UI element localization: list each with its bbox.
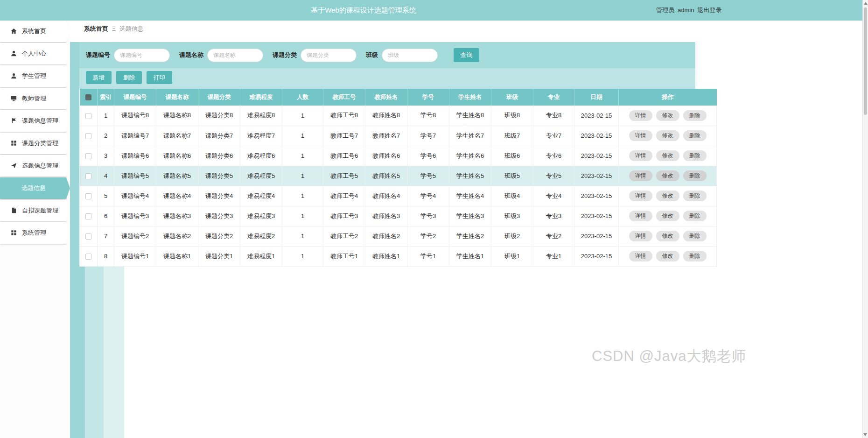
filter-input-topic-code[interactable] [114, 49, 170, 62]
row-action-delete-button[interactable]: 删除 [683, 211, 707, 221]
cell: 教师姓名1 [365, 246, 407, 266]
query-button[interactable]: 查询 [454, 48, 479, 62]
row-action-edit-button[interactable]: 修改 [656, 231, 679, 241]
filter-input-topic-category[interactable] [301, 49, 357, 62]
row-action-delete-button[interactable]: 删除 [683, 110, 707, 121]
row-action-edit-button[interactable]: 修改 [656, 110, 679, 121]
cell: 1 [282, 186, 323, 206]
row-checkbox[interactable] [85, 153, 91, 159]
cell: 班级4 [491, 186, 533, 206]
cell: 2023-02-15 [574, 186, 619, 206]
cell: 2023-02-15 [574, 226, 619, 246]
filter-group-topic-name: 课题名称 [179, 49, 263, 62]
row-checkbox[interactable] [85, 233, 91, 240]
row-checkbox[interactable] [85, 254, 91, 260]
cell: 课题分类1 [198, 246, 240, 266]
cell: 班级6 [491, 146, 533, 166]
row-action-detail-button[interactable]: 详情 [629, 110, 652, 121]
sidebar-item-self-proposed-topic-management[interactable]: 自拟课题管理 [0, 200, 66, 221]
row-action-edit-button[interactable]: 修改 [656, 150, 679, 161]
cell: 专业3 [533, 206, 574, 226]
send-icon [10, 162, 18, 170]
row-action-delete-button[interactable]: 删除 [683, 231, 707, 241]
filter-group-topic-category: 课题分类 [273, 49, 357, 62]
row-action-delete-button[interactable]: 删除 [683, 251, 707, 261]
sidebar-item-topic-info-management[interactable]: 课题信息管理 [0, 110, 66, 132]
cell: 专业8 [533, 106, 574, 126]
row-action-detail-button[interactable]: 详情 [629, 170, 652, 181]
row-action-delete-button[interactable]: 删除 [683, 191, 707, 201]
filter-label-class: 班级 [366, 51, 378, 59]
row-action-edit-button[interactable]: 修改 [656, 130, 679, 141]
document-icon [10, 207, 18, 214]
scrollbar-up-arrow-icon[interactable] [864, 2, 868, 5]
app-title: 基于Web的课程设计选题管理系统 [0, 0, 727, 21]
row-action-delete-button[interactable]: 删除 [683, 150, 707, 161]
cell: 2023-02-15 [574, 126, 619, 146]
add-button[interactable]: 新增 [86, 71, 112, 84]
row-checkbox[interactable] [85, 173, 91, 179]
column-header: 班级 [491, 89, 533, 106]
scrollbar[interactable] [862, 0, 868, 438]
breadcrumb: 系统首页 Ξ 选题信息 [70, 21, 862, 37]
table-row: 6课题编号3课题名称3课题分类3难易程度31教师工号3教师姓名3学号3学生姓名3… [80, 206, 717, 226]
filter-label-topic-code: 课题编号 [86, 51, 110, 59]
row-action-detail-button[interactable]: 详情 [629, 150, 652, 161]
row-action-delete-button[interactable]: 删除 [683, 130, 707, 141]
cell: 课题分类8 [198, 106, 240, 126]
cell: 1 [282, 246, 323, 266]
delete-button[interactable]: 删除 [116, 71, 142, 84]
column-header: 操作 [619, 89, 717, 106]
cell: 1 [282, 166, 323, 186]
sidebar-item-topic-selection-info[interactable]: 选题信息 [0, 177, 66, 199]
table-row: 5课题编号4课题名称4课题分类4难易程度41教师工号4教师姓名4学号4学生姓名4… [80, 186, 717, 206]
sidebar-item-topic-selection-management[interactable]: 选题信息管理 [0, 155, 66, 177]
row-checkbox[interactable] [85, 133, 91, 139]
sidebar-item-label: 选题信息管理 [22, 162, 58, 170]
row-action-detail-button[interactable]: 详情 [629, 211, 652, 221]
cell: 2023-02-15 [574, 146, 619, 166]
sidebar-item-profile[interactable]: 个人中心 [0, 43, 66, 64]
cell: 课题分类6 [198, 146, 240, 166]
row-action-edit-button[interactable]: 修改 [656, 191, 679, 201]
row-checkbox[interactable] [85, 213, 91, 219]
sidebar-item-student-management[interactable]: 学生管理 [0, 65, 66, 87]
cell: 课题分类4 [198, 186, 240, 206]
sidebar-item-home[interactable]: 系统首页 [0, 21, 66, 42]
row-action-detail-button[interactable]: 详情 [629, 231, 652, 241]
topbar: 基于Web的课程设计选题管理系统 管理员admin退出登录 [0, 0, 862, 21]
toolbar: 新增 删除 打印 [79, 68, 695, 89]
cell: 课题编号4 [114, 186, 156, 206]
sidebar-item-topic-category-management[interactable]: 课题分类管理 [0, 133, 66, 154]
logout-link[interactable]: 退出登录 [697, 7, 721, 14]
row-action-detail-button[interactable]: 详情 [629, 251, 652, 261]
row-action-detail-button[interactable]: 详情 [629, 130, 652, 141]
cell: 教师工号2 [323, 226, 365, 246]
cell-actions: 详情修改删除 [619, 226, 717, 246]
row-action-edit-button[interactable]: 修改 [656, 170, 679, 181]
print-button[interactable]: 打印 [147, 71, 172, 84]
cell: 专业2 [533, 226, 574, 246]
sidebar-item-teacher-management[interactable]: 教师管理 [0, 88, 66, 109]
cell: 学生姓名2 [449, 226, 491, 246]
filter-input-class[interactable] [382, 49, 438, 62]
row-action-delete-button[interactable]: 删除 [683, 170, 707, 181]
cell: 教师工号7 [323, 126, 365, 146]
row-action-edit-button[interactable]: 修改 [656, 251, 679, 261]
breadcrumb-home[interactable]: 系统首页 [84, 25, 108, 33]
column-header: 教师姓名 [365, 89, 407, 106]
row-action-edit-button[interactable]: 修改 [656, 211, 679, 221]
filter-bar: 课题编号 课题名称 课题分类 班级 查询 [79, 42, 695, 68]
desktop-icon [10, 95, 18, 102]
filter-input-topic-name[interactable] [207, 49, 263, 62]
table-row: 8课题编号1课题名称1课题分类1难易程度11教师工号1教师姓名1学号1学生姓名1… [80, 246, 717, 266]
scrollbar-thumb[interactable] [864, 7, 867, 115]
row-checkbox[interactable] [85, 193, 91, 199]
select-all-checkbox[interactable] [85, 94, 91, 100]
sidebar-item-system-management[interactable]: 系统管理 [0, 222, 66, 244]
cell-index: 5 [98, 186, 114, 206]
row-checkbox[interactable] [85, 113, 91, 119]
scrollbar-down-arrow-icon[interactable] [863, 433, 867, 436]
row-action-detail-button[interactable]: 详情 [629, 191, 652, 201]
cell: 课题名称6 [156, 146, 198, 166]
